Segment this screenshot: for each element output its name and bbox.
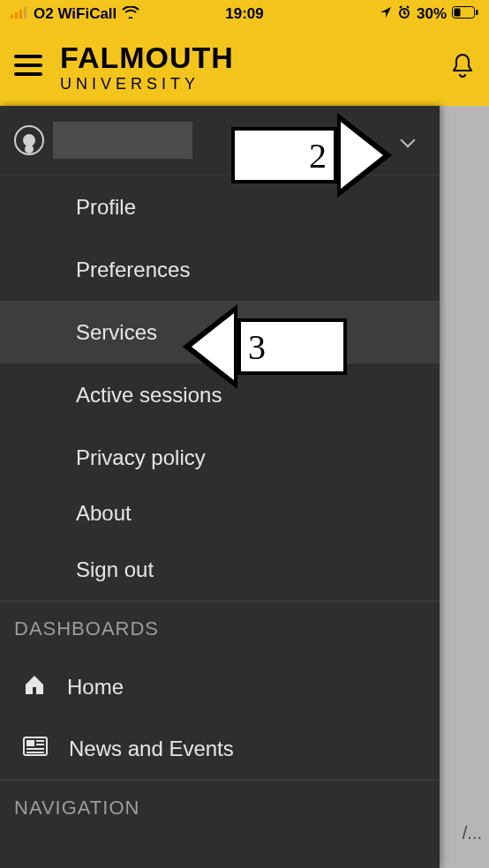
notifications-button[interactable] xyxy=(450,52,475,82)
svg-rect-8 xyxy=(14,55,42,58)
svg-rect-1 xyxy=(15,12,18,19)
svg-rect-6 xyxy=(455,9,461,17)
menu-item-about[interactable]: About xyxy=(0,489,440,538)
menu-label: Profile xyxy=(76,195,136,220)
menu-item-sign-out[interactable]: Sign out xyxy=(0,538,440,601)
dash-item-news[interactable]: News and Events xyxy=(0,718,440,780)
svg-rect-7 xyxy=(476,10,478,15)
menu-label: Preferences xyxy=(76,258,190,282)
menu-label: Privacy policy xyxy=(76,445,206,470)
svg-rect-15 xyxy=(26,748,44,750)
dash-item-label: Home xyxy=(67,675,124,700)
carrier-label: O2 WiFiCall xyxy=(34,5,117,23)
status-left: O2 WiFiCall xyxy=(11,5,139,23)
avatar-icon xyxy=(14,125,44,155)
dash-item-label: News and Events xyxy=(69,737,234,761)
svg-rect-0 xyxy=(11,15,13,19)
section-title-dashboards: DASHBOARDS xyxy=(0,602,440,656)
location-icon xyxy=(380,5,392,23)
svg-rect-13 xyxy=(36,740,44,742)
annotation-label: 3 xyxy=(237,318,347,375)
brand-sub: UNIVERSITY xyxy=(60,76,234,92)
arrow-right-icon xyxy=(337,113,392,198)
svg-rect-12 xyxy=(26,740,34,746)
menu-label: Sign out xyxy=(76,557,154,582)
section-title-navigation: NAVIGATION xyxy=(0,781,440,835)
brand-logo: FALMOUTH UNIVERSITY xyxy=(60,42,234,92)
home-icon xyxy=(23,674,46,700)
annotation-arrow-2: 2 xyxy=(231,113,392,198)
app-header: FALMOUTH UNIVERSITY xyxy=(0,28,489,106)
hamburger-button[interactable] xyxy=(14,55,42,79)
wifi-icon xyxy=(122,5,139,23)
news-icon xyxy=(23,737,48,761)
navigation-drawer: Profile Preferences Services Active sess… xyxy=(0,106,440,868)
svg-rect-9 xyxy=(14,64,42,67)
annotation-label: 2 xyxy=(231,127,337,183)
status-bar: O2 WiFiCall 19:09 30% xyxy=(0,0,489,28)
menu-item-preferences[interactable]: Preferences xyxy=(0,238,440,301)
arrow-left-icon xyxy=(183,304,237,389)
chevron-down-icon xyxy=(401,133,416,148)
dash-item-home[interactable]: Home xyxy=(0,656,440,718)
signal-icon xyxy=(11,5,28,23)
annotation-arrow-3: 3 xyxy=(183,304,347,389)
battery-icon xyxy=(452,5,478,23)
menu-label: About xyxy=(76,501,132,526)
status-right: 30% xyxy=(380,5,478,24)
menu-item-privacy-policy[interactable]: Privacy policy xyxy=(0,426,440,489)
user-name-redacted xyxy=(53,122,192,159)
svg-rect-3 xyxy=(24,7,26,19)
svg-rect-10 xyxy=(14,72,42,76)
battery-percent: 30% xyxy=(417,5,447,23)
menu-label: Services xyxy=(76,320,157,345)
svg-rect-2 xyxy=(19,10,22,19)
drawer-shadow xyxy=(440,106,489,868)
svg-rect-16 xyxy=(26,752,44,753)
brand-main: FALMOUTH xyxy=(60,42,234,72)
svg-rect-14 xyxy=(36,744,44,745)
alarm-icon xyxy=(397,5,411,24)
